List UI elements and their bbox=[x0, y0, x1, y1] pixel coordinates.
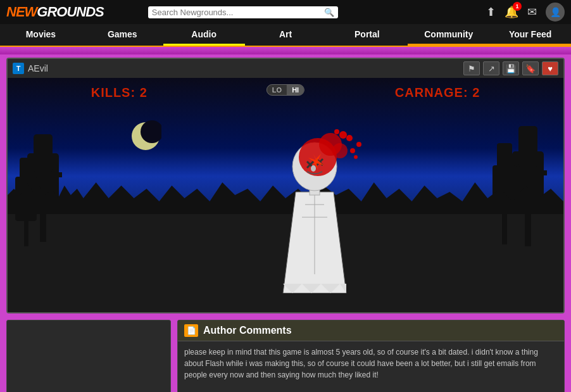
header: NEWGROUNDS 🔍 ⬆ 🔔 1 ✉ 👤 bbox=[0, 0, 571, 24]
alerts-badge: 1 bbox=[513, 2, 522, 11]
hud-kills: KILLS: 2 bbox=[91, 85, 147, 100]
author-comments-header: 📄 Author Comments bbox=[178, 320, 564, 341]
game-character bbox=[258, 116, 372, 293]
search-icon[interactable]: 🔍 bbox=[324, 8, 334, 17]
save-icon[interactable]: 💾 bbox=[503, 61, 519, 75]
game-title-text: AEvil bbox=[28, 63, 48, 73]
nav-games[interactable]: Games bbox=[82, 24, 163, 46]
game-viewport[interactable]: KILLS: 2 CARNAGE: 2 LO HI bbox=[8, 78, 563, 312]
heart-icon[interactable]: ♥ bbox=[542, 61, 558, 75]
alerts-icon[interactable]: 🔔 1 bbox=[505, 5, 518, 19]
hud-quality[interactable]: LO HI bbox=[267, 84, 304, 96]
nav-portal[interactable]: Portal bbox=[326, 24, 408, 46]
logo[interactable]: NEWGROUNDS bbox=[6, 4, 104, 20]
svg-point-33 bbox=[356, 142, 361, 147]
nav-your-feed[interactable]: Your Feed bbox=[489, 24, 571, 46]
author-comments-title: Author Comments bbox=[203, 325, 292, 336]
game-title-icons: ⚑ ↗ 💾 🔖 ♥ bbox=[463, 61, 558, 75]
upload-icon[interactable]: ⬆ bbox=[486, 5, 496, 19]
game-titlebar: T AEvil ⚑ ↗ 💾 🔖 ♥ bbox=[8, 59, 563, 78]
nav-art[interactable]: Art bbox=[245, 24, 327, 46]
logo-new: NEW bbox=[6, 4, 37, 20]
svg-point-31 bbox=[334, 129, 339, 134]
svg-point-28 bbox=[346, 135, 353, 141]
avatar[interactable]: 👤 bbox=[546, 3, 565, 22]
flag-icon[interactable]: ⚑ bbox=[463, 61, 480, 75]
hud-carnage: CARNAGE: 2 bbox=[395, 85, 480, 100]
bookmark-icon[interactable]: 🔖 bbox=[522, 61, 539, 75]
search-bar[interactable]: 🔍 bbox=[148, 6, 338, 18]
author-comments-icon: 📄 bbox=[184, 324, 198, 337]
main-content: T AEvil ⚑ ↗ 💾 🔖 ♥ bbox=[0, 54, 571, 392]
messages-icon[interactable]: ✉ bbox=[527, 5, 537, 19]
quality-hi[interactable]: HI bbox=[287, 85, 304, 95]
search-input[interactable] bbox=[152, 8, 324, 17]
nav: Movies Games Audio Art Portal Community … bbox=[0, 24, 571, 47]
logo-grounds: GROUNDS bbox=[37, 4, 103, 20]
author-comments-text: please keep in mind that this game is al… bbox=[178, 341, 564, 386]
svg-rect-14 bbox=[531, 170, 547, 175]
svg-rect-17 bbox=[497, 143, 512, 178]
nav-audio[interactable]: Audio bbox=[163, 24, 245, 46]
right-panel: 📄 Author Comments please keep in mind th… bbox=[177, 320, 565, 392]
svg-point-29 bbox=[350, 148, 355, 153]
pink-strip bbox=[0, 47, 571, 54]
moon bbox=[130, 120, 161, 152]
svg-point-30 bbox=[339, 131, 347, 139]
svg-point-27 bbox=[332, 143, 348, 158]
nav-movies[interactable]: Movies bbox=[0, 24, 82, 46]
svg-point-39 bbox=[311, 165, 316, 172]
game-title-left: T AEvil bbox=[13, 63, 48, 74]
game-t-icon: T bbox=[13, 63, 24, 74]
game-container: T AEvil ⚑ ↗ 💾 🔖 ♥ bbox=[6, 58, 565, 313]
nav-community[interactable]: Community bbox=[408, 24, 489, 46]
left-panel bbox=[6, 320, 171, 392]
bottom-area: 📄 Author Comments please keep in mind th… bbox=[6, 320, 565, 392]
share-icon[interactable]: ↗ bbox=[483, 61, 499, 75]
svg-point-32 bbox=[354, 155, 358, 159]
game-scene: KILLS: 2 CARNAGE: 2 LO HI bbox=[8, 78, 563, 312]
svg-rect-12 bbox=[518, 126, 537, 167]
header-icons: ⬆ 🔔 1 ✉ 👤 bbox=[486, 3, 565, 22]
quality-lo[interactable]: LO bbox=[267, 85, 287, 95]
